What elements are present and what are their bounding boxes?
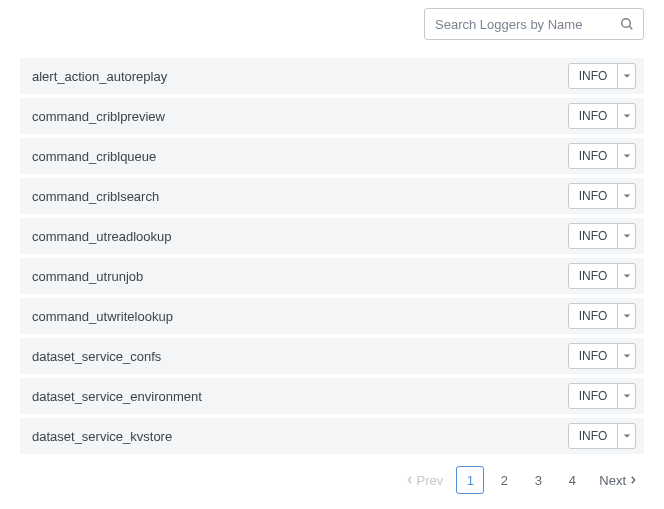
log-level-value: INFO xyxy=(569,229,617,243)
log-level-select[interactable]: INFO xyxy=(568,383,636,409)
logger-row: dataset_service_confsINFO xyxy=(20,338,644,374)
svg-point-0 xyxy=(622,19,631,28)
logger-name: command_utrunjob xyxy=(32,269,143,284)
log-level-value: INFO xyxy=(569,109,617,123)
log-level-value: INFO xyxy=(569,69,617,83)
log-level-select[interactable]: INFO xyxy=(568,103,636,129)
log-level-value: INFO xyxy=(569,269,617,283)
pagination-page[interactable]: 2 xyxy=(490,466,518,494)
pagination-prev: Prev xyxy=(399,466,451,494)
logger-row: command_utreadlookupINFO xyxy=(20,218,644,254)
log-level-value: INFO xyxy=(569,389,617,403)
chevron-down-icon xyxy=(617,424,635,448)
log-level-select[interactable]: INFO xyxy=(568,303,636,329)
chevron-down-icon xyxy=(617,104,635,128)
pagination-next-label: Next xyxy=(599,473,626,488)
logger-row: command_utrunjobINFO xyxy=(20,258,644,294)
logger-name: dataset_service_confs xyxy=(32,349,161,364)
chevron-down-icon xyxy=(617,384,635,408)
pagination-page[interactable]: 4 xyxy=(558,466,586,494)
logger-row: command_criblpreviewINFO xyxy=(20,98,644,134)
chevron-down-icon xyxy=(617,144,635,168)
logger-name: command_utwritelookup xyxy=(32,309,173,324)
pagination-page[interactable]: 1 xyxy=(456,466,484,494)
pagination-page[interactable]: 3 xyxy=(524,466,552,494)
logger-row: dataset_service_kvstoreINFO xyxy=(20,418,644,454)
log-level-select[interactable]: INFO xyxy=(568,263,636,289)
logger-list: alert_action_autoreplayINFOcommand_cribl… xyxy=(20,58,644,454)
log-level-select[interactable]: INFO xyxy=(568,343,636,369)
log-level-value: INFO xyxy=(569,429,617,443)
pagination: Prev1234Next xyxy=(20,466,644,494)
chevron-down-icon xyxy=(617,184,635,208)
chevron-down-icon xyxy=(617,64,635,88)
pagination-next[interactable]: Next xyxy=(592,466,644,494)
log-level-select[interactable]: INFO xyxy=(568,183,636,209)
logger-name: command_criblsearch xyxy=(32,189,159,204)
logger-row: command_criblsearchINFO xyxy=(20,178,644,214)
logger-row: dataset_service_environmentINFO xyxy=(20,378,644,414)
logger-name: alert_action_autoreplay xyxy=(32,69,167,84)
svg-line-1 xyxy=(629,26,632,29)
log-level-value: INFO xyxy=(569,189,617,203)
log-level-value: INFO xyxy=(569,309,617,323)
logger-row: alert_action_autoreplayINFO xyxy=(20,58,644,94)
chevron-down-icon xyxy=(617,224,635,248)
log-level-select[interactable]: INFO xyxy=(568,423,636,449)
logger-name: command_utreadlookup xyxy=(32,229,171,244)
search-box[interactable] xyxy=(424,8,644,40)
logger-name: command_criblqueue xyxy=(32,149,156,164)
logger-name: dataset_service_environment xyxy=(32,389,202,404)
chevron-down-icon xyxy=(617,264,635,288)
search-icon xyxy=(619,16,635,32)
log-level-select[interactable]: INFO xyxy=(568,143,636,169)
chevron-down-icon xyxy=(617,344,635,368)
logger-name: command_criblpreview xyxy=(32,109,165,124)
logger-row: command_criblqueueINFO xyxy=(20,138,644,174)
log-level-select[interactable]: INFO xyxy=(568,63,636,89)
log-level-value: INFO xyxy=(569,149,617,163)
pagination-prev-label: Prev xyxy=(417,473,444,488)
chevron-down-icon xyxy=(617,304,635,328)
search-input[interactable] xyxy=(435,17,619,32)
log-level-value: INFO xyxy=(569,349,617,363)
logger-row: command_utwritelookupINFO xyxy=(20,298,644,334)
logger-name: dataset_service_kvstore xyxy=(32,429,172,444)
log-level-select[interactable]: INFO xyxy=(568,223,636,249)
